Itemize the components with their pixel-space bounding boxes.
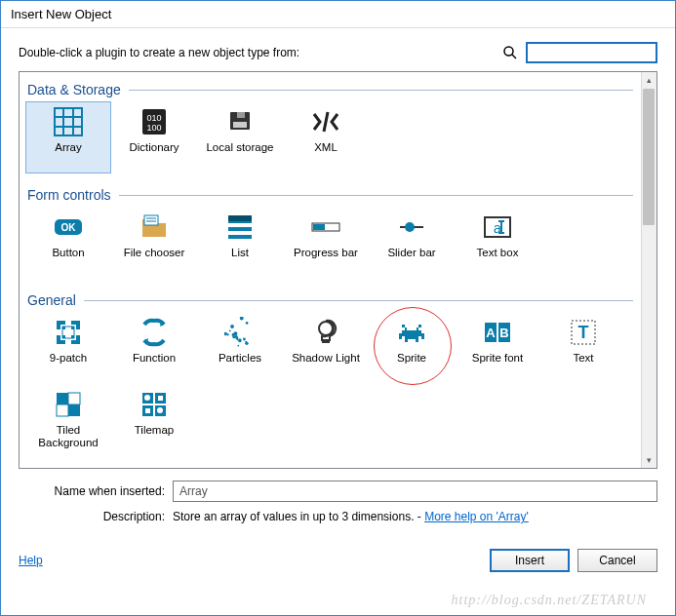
svg-line-1 xyxy=(512,55,516,58)
svg-text:A: A xyxy=(486,326,496,340)
plugin-label: Tilemap xyxy=(135,424,174,437)
category-label: Form controls xyxy=(27,187,111,203)
insert-button[interactable]: Insert xyxy=(490,549,570,572)
plugin-item-text[interactable]: TText xyxy=(540,312,626,384)
category-label: Data & Storage xyxy=(27,82,121,97)
shadowlight-icon xyxy=(310,317,341,348)
svg-rect-79 xyxy=(57,404,68,416)
spritefont-icon: AB xyxy=(482,317,513,348)
svg-point-44 xyxy=(240,317,244,320)
name-label: Name when inserted: xyxy=(19,484,165,498)
svg-rect-68 xyxy=(416,339,418,342)
scrollbar[interactable]: ▴ ▾ xyxy=(641,72,656,468)
textbox-icon: a xyxy=(482,212,513,243)
plugin-label: Slider bar xyxy=(387,247,435,259)
plugin-item-button[interactable]: OKButton xyxy=(25,207,111,279)
svg-point-46 xyxy=(238,338,241,341)
cancel-button[interactable]: Cancel xyxy=(577,549,657,572)
plugin-item-tiledbg[interactable]: Tiled Background xyxy=(25,384,111,456)
localstorage-icon xyxy=(224,106,256,137)
plugin-label: Dictionary xyxy=(129,141,179,154)
list-icon xyxy=(224,212,256,243)
svg-rect-65 xyxy=(421,336,424,339)
svg-point-38 xyxy=(229,330,231,332)
search-input[interactable] xyxy=(526,42,657,63)
window-title: Insert New Object xyxy=(1,1,675,28)
svg-point-0 xyxy=(504,47,513,56)
plugin-item-function[interactable]: Function xyxy=(111,312,197,384)
svg-rect-64 xyxy=(399,336,402,339)
plugin-item-list[interactable]: List xyxy=(197,207,283,279)
svg-point-88 xyxy=(157,407,163,413)
plugin-item-spritefont[interactable]: ABSprite font xyxy=(455,312,540,384)
plugin-item-filechooser[interactable]: File chooser xyxy=(111,207,197,279)
plugin-label: Progress bar xyxy=(294,247,358,259)
plugin-item-shadowlight[interactable]: Shadow Light xyxy=(283,312,369,384)
function-icon xyxy=(139,317,170,348)
svg-rect-86 xyxy=(145,408,150,413)
plugin-label: Local storage xyxy=(206,141,273,154)
svg-point-55 xyxy=(226,333,228,335)
svg-rect-20 xyxy=(228,223,252,227)
svg-rect-2 xyxy=(55,108,82,135)
plugin-item-localstorage[interactable]: Local storage xyxy=(197,101,283,173)
plugin-item-sprite[interactable]: Sprite xyxy=(369,312,455,384)
category-header: Data & Storage xyxy=(25,78,635,99)
svg-line-13 xyxy=(324,112,328,132)
xml-icon xyxy=(310,106,341,137)
svg-rect-56 xyxy=(322,340,330,343)
svg-rect-22 xyxy=(228,215,252,221)
plugin-label: XML xyxy=(314,141,338,154)
svg-rect-12 xyxy=(233,122,247,128)
svg-rect-24 xyxy=(313,224,325,230)
category-grid: OKButtonFile chooserListProgress barSlid… xyxy=(25,205,635,289)
svg-rect-36 xyxy=(65,321,71,344)
plugin-item-particles[interactable]: Particles xyxy=(197,312,283,384)
plugin-item-9patch[interactable]: 9-patch xyxy=(25,312,111,384)
svg-point-50 xyxy=(237,339,239,341)
svg-rect-16 xyxy=(144,215,158,225)
scroll-down-arrow-icon[interactable]: ▾ xyxy=(642,452,656,468)
plugin-item-progressbar[interactable]: Progress bar xyxy=(283,207,369,279)
tiledbg-icon xyxy=(53,389,84,420)
instruction-text: Double-click a plugin to create a new ob… xyxy=(19,46,495,59)
category-grid: Array010100DictionaryLocal storageXML xyxy=(25,99,635,183)
category-label: General xyxy=(27,292,76,308)
plugin-item-array[interactable]: Array xyxy=(25,101,111,173)
plugin-item-xml[interactable]: XML xyxy=(283,101,369,173)
sliderbar-icon xyxy=(396,212,427,243)
search-icon[interactable] xyxy=(502,45,518,60)
plugin-label: Function xyxy=(133,352,176,365)
svg-rect-66 xyxy=(405,336,418,339)
category-grid: 9-patchFunctionParticlesShadow LightSpri… xyxy=(25,310,635,466)
plugin-item-tilemap[interactable]: Tilemap xyxy=(111,384,197,456)
watermark: http://blog.csdn.net/ZETARUN xyxy=(452,593,647,608)
svg-rect-59 xyxy=(418,325,421,327)
filechooser-icon xyxy=(139,212,170,243)
svg-point-26 xyxy=(405,222,415,232)
description-label: Description: xyxy=(19,510,165,523)
sprite-icon xyxy=(396,317,427,348)
plugin-item-textbox[interactable]: aText box xyxy=(455,207,540,279)
plugin-label: Button xyxy=(52,247,84,259)
more-help-link[interactable]: More help on 'Array' xyxy=(424,510,529,523)
9patch-icon xyxy=(53,317,84,348)
svg-point-53 xyxy=(246,322,249,325)
plugin-item-sliderbar[interactable]: Slider bar xyxy=(369,207,455,279)
help-link[interactable]: Help xyxy=(19,554,43,567)
svg-point-57 xyxy=(319,322,333,335)
svg-rect-67 xyxy=(405,339,408,342)
category-header: Form controls xyxy=(25,183,635,205)
svg-point-48 xyxy=(237,345,239,347)
plugin-label: Shadow Light xyxy=(292,352,360,365)
name-input[interactable] xyxy=(173,481,657,502)
plugin-label: Text box xyxy=(477,247,519,259)
object-list: Data & StorageArray010100DictionaryLocal… xyxy=(20,72,641,468)
plugin-label: Text xyxy=(573,352,593,365)
scroll-up-arrow-icon[interactable]: ▴ xyxy=(642,72,656,88)
svg-rect-80 xyxy=(68,404,80,416)
plugin-item-dictionary[interactable]: 010100Dictionary xyxy=(111,101,197,173)
svg-rect-84 xyxy=(158,396,163,401)
svg-rect-63 xyxy=(399,333,424,336)
scrollbar-thumb[interactable] xyxy=(643,89,655,225)
